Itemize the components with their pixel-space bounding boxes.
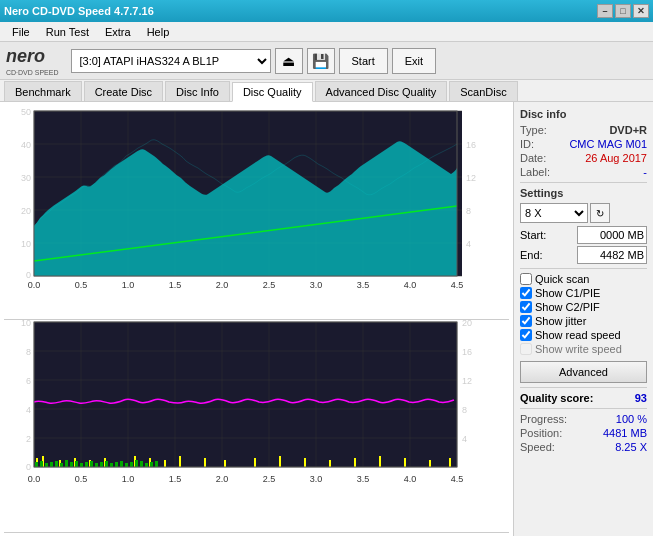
disc-date-row: Date: 26 Aug 2017 [520, 152, 647, 164]
show-write-speed-label: Show write speed [535, 343, 622, 355]
position-value: 4481 MB [603, 427, 647, 439]
disc-label-label: Label: [520, 166, 550, 178]
svg-text:4: 4 [466, 239, 471, 249]
save-button[interactable]: 💾 [307, 48, 335, 74]
start-mb-label: Start: [520, 229, 546, 241]
show-read-speed-row: Show read speed [520, 329, 647, 341]
tab-advanced-disc-quality[interactable]: Advanced Disc Quality [315, 81, 448, 101]
svg-rect-97 [135, 460, 138, 467]
svg-rect-93 [115, 462, 118, 467]
speed-select[interactable]: 8 X 4 X 12 X 16 X [520, 203, 588, 223]
svg-rect-87 [85, 462, 88, 467]
start-mb-input[interactable] [577, 226, 647, 244]
tab-scandisc[interactable]: ScanDisc [449, 81, 517, 101]
chart-area: 50 40 30 20 10 0 16 12 8 4 0.0 0.5 1.0 1… [0, 102, 513, 536]
svg-text:1.5: 1.5 [169, 474, 182, 484]
svg-rect-79 [45, 463, 48, 467]
disc-type-value: DVD+R [609, 124, 647, 136]
svg-rect-91 [105, 461, 108, 467]
exit-button[interactable]: Exit [392, 48, 436, 74]
advanced-button[interactable]: Advanced [520, 361, 647, 383]
speed-label: Speed: [520, 441, 555, 453]
show-c1pie-checkbox[interactable] [520, 287, 532, 299]
top-chart-svg: 50 40 30 20 10 0 16 12 8 4 0.0 0.5 1.0 1… [4, 106, 480, 291]
app-title: Nero CD-DVD Speed 4.7.7.16 [4, 5, 154, 17]
svg-rect-78 [40, 461, 43, 467]
quality-score-label: Quality score: [520, 392, 593, 404]
titlebar-title: Nero CD-DVD Speed 4.7.7.16 [4, 5, 154, 17]
drive-select[interactable]: [3:0] ATAPI iHAS324 A BL1P [71, 49, 271, 73]
show-c2pif-row: Show C2/PIF [520, 301, 647, 313]
show-jitter-checkbox[interactable] [520, 315, 532, 327]
progress-label: Progress: [520, 413, 567, 425]
svg-rect-69 [279, 456, 281, 467]
tab-benchmark[interactable]: Benchmark [4, 81, 82, 101]
titlebar-controls: – □ ✕ [597, 4, 649, 18]
svg-text:1.0: 1.0 [122, 474, 135, 484]
nero-logo-sub: CD·DVD SPEED [6, 69, 59, 76]
svg-rect-76 [449, 458, 451, 467]
svg-rect-98 [140, 461, 143, 467]
svg-text:40: 40 [21, 140, 31, 150]
show-c2pif-checkbox[interactable] [520, 301, 532, 313]
svg-text:0.5: 0.5 [75, 474, 88, 484]
end-mb-row: End: [520, 246, 647, 264]
svg-text:0: 0 [26, 462, 31, 472]
menu-extra[interactable]: Extra [97, 24, 139, 40]
svg-text:2.0: 2.0 [216, 474, 229, 484]
svg-text:0.0: 0.0 [28, 280, 41, 290]
close-button[interactable]: ✕ [633, 4, 649, 18]
end-mb-input[interactable] [577, 246, 647, 264]
tab-disc-info[interactable]: Disc Info [165, 81, 230, 101]
top-chart: 50 40 30 20 10 0 16 12 8 4 0.0 0.5 1.0 1… [4, 106, 509, 319]
disc-id-value: CMC MAG M01 [569, 138, 647, 150]
svg-rect-75 [429, 460, 431, 467]
menu-runtest[interactable]: Run Test [38, 24, 97, 40]
svg-text:50: 50 [21, 107, 31, 117]
show-write-speed-checkbox[interactable] [520, 343, 532, 355]
svg-rect-66 [204, 458, 206, 467]
svg-rect-101 [155, 461, 158, 467]
svg-text:16: 16 [466, 140, 476, 150]
show-c1pie-row: Show C1/PIE [520, 287, 647, 299]
tab-create-disc[interactable]: Create Disc [84, 81, 163, 101]
minimize-button[interactable]: – [597, 4, 613, 18]
svg-text:2.0: 2.0 [216, 280, 229, 290]
svg-rect-95 [125, 463, 128, 467]
quality-score-value: 93 [635, 392, 647, 404]
svg-text:8: 8 [462, 405, 467, 415]
disc-id-label: ID: [520, 138, 534, 150]
svg-text:3.0: 3.0 [310, 280, 323, 290]
quick-scan-checkbox[interactable] [520, 273, 532, 285]
divider-4 [520, 408, 647, 409]
svg-rect-74 [404, 458, 406, 467]
divider-1 [520, 182, 647, 183]
svg-text:3.5: 3.5 [357, 474, 370, 484]
svg-text:0: 0 [26, 270, 31, 280]
settings-title: Settings [520, 187, 647, 199]
menu-file[interactable]: File [4, 24, 38, 40]
show-c1pie-label: Show C1/PIE [535, 287, 600, 299]
svg-rect-65 [179, 456, 181, 467]
disc-date-label: Date: [520, 152, 546, 164]
svg-rect-90 [100, 462, 103, 467]
refresh-button[interactable]: ↻ [590, 203, 610, 223]
eject-button[interactable]: ⏏ [275, 48, 303, 74]
tabs: Benchmark Create Disc Disc Info Disc Qua… [0, 80, 653, 102]
svg-text:10: 10 [21, 320, 31, 328]
start-button[interactable]: Start [339, 48, 388, 74]
svg-text:4: 4 [462, 434, 467, 444]
tab-disc-quality[interactable]: Disc Quality [232, 82, 313, 102]
svg-text:12: 12 [466, 173, 476, 183]
svg-rect-86 [80, 463, 83, 467]
show-write-speed-row: Show write speed [520, 343, 647, 355]
bottom-chart-svg: 10 8 6 4 2 0 20 16 12 8 4 0.0 0.5 1.0 [4, 320, 480, 495]
maximize-button[interactable]: □ [615, 4, 631, 18]
svg-text:16: 16 [462, 347, 472, 357]
menu-help[interactable]: Help [139, 24, 178, 40]
svg-text:12: 12 [462, 376, 472, 386]
show-read-speed-checkbox[interactable] [520, 329, 532, 341]
svg-rect-84 [70, 462, 73, 467]
show-read-speed-label: Show read speed [535, 329, 621, 341]
disc-label-row: Label: - [520, 166, 647, 178]
